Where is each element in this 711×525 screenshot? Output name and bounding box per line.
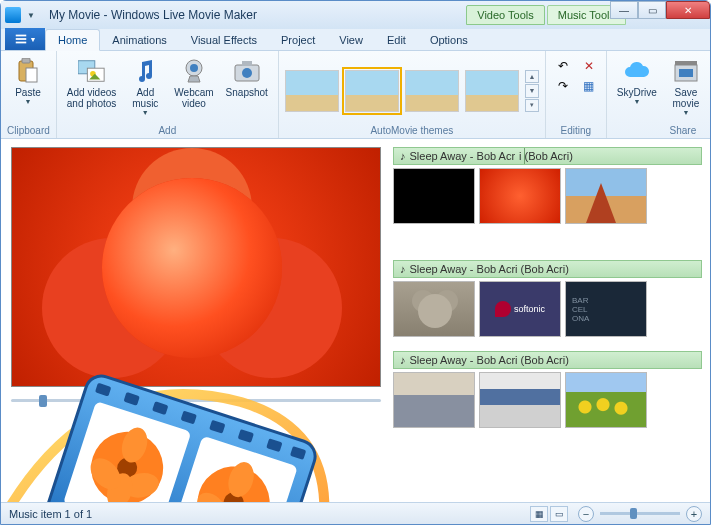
chevron-down-icon: ▼ xyxy=(30,36,37,43)
theme-scroll-up[interactable]: ▲ xyxy=(525,70,539,83)
svg-point-43 xyxy=(188,457,279,502)
paste-icon xyxy=(14,57,42,85)
skydrive-button[interactable]: SkyDrive ▼ xyxy=(613,53,661,105)
webcam-icon xyxy=(180,57,208,85)
clip-tulips[interactable] xyxy=(565,372,647,428)
svg-rect-0 xyxy=(15,35,26,37)
ribbon: Paste ▼ Clipboard Add videos and photos xyxy=(1,51,710,139)
qat-dropdown-icon[interactable]: ▼ xyxy=(27,11,35,20)
svg-rect-4 xyxy=(22,58,30,63)
chevron-down-icon: ▼ xyxy=(25,98,32,105)
group-label-clipboard: Clipboard xyxy=(7,123,50,138)
status-text: Music item 1 of 1 xyxy=(9,508,92,520)
prev-frame-button[interactable]: ⏮ xyxy=(141,409,153,423)
preview-monitor[interactable] xyxy=(11,147,381,387)
svg-rect-24 xyxy=(238,429,254,443)
file-tab[interactable]: ▼ xyxy=(5,28,45,50)
svg-rect-5 xyxy=(26,68,37,82)
music-note-icon: ♪ xyxy=(400,354,406,366)
tab-home[interactable]: Home xyxy=(45,29,100,51)
zoom-in-button[interactable]: + xyxy=(686,506,702,522)
tab-edit[interactable]: Edit xyxy=(375,30,418,50)
next-frame-button[interactable]: ⏭ xyxy=(182,409,194,423)
delete-icon[interactable]: ✕ xyxy=(580,57,598,75)
group-label-editing: Editing xyxy=(552,123,600,138)
group-clipboard: Paste ▼ Clipboard xyxy=(1,51,57,138)
zoom-out-button[interactable]: − xyxy=(578,506,594,522)
project-name: My Movie xyxy=(49,8,100,22)
rotate-left-icon[interactable]: ↶ xyxy=(554,57,572,75)
clip-title[interactable]: A My Movie xyxy=(393,168,475,224)
svg-rect-15 xyxy=(675,61,697,65)
zoom-control: − + xyxy=(578,506,702,522)
view-preview-button[interactable]: ▭ xyxy=(550,506,568,522)
close-button[interactable]: ✕ xyxy=(666,1,710,19)
tab-visual-effects[interactable]: Visual Effects xyxy=(179,30,269,50)
skydrive-icon xyxy=(623,57,651,85)
chevron-down-icon: ▼ xyxy=(682,109,689,116)
save-movie-icon xyxy=(672,57,700,85)
clip-koala[interactable] xyxy=(393,281,475,337)
view-thumbnails-button[interactable]: ▦ xyxy=(530,506,548,522)
svg-point-44 xyxy=(221,490,246,502)
music-note-icon: ♪ xyxy=(400,150,406,162)
zoom-thumb[interactable] xyxy=(630,508,637,519)
seek-bar[interactable] xyxy=(11,393,381,407)
add-videos-photos-button[interactable]: Add videos and photos xyxy=(63,53,121,109)
seek-thumb[interactable] xyxy=(39,395,47,407)
track-header-2[interactable]: ♪ Sleep Away - Bob Acri (Bob Acri) xyxy=(393,260,702,278)
tab-options[interactable]: Options xyxy=(418,30,480,50)
clip-softonic[interactable]: softonic xyxy=(479,281,561,337)
theme-thumb-3[interactable] xyxy=(405,70,459,112)
minimize-button[interactable]: — xyxy=(610,1,638,19)
tab-view[interactable]: View xyxy=(327,30,375,50)
music-icon xyxy=(131,57,159,85)
theme-thumb-2[interactable] xyxy=(345,70,399,112)
webcam-video-button[interactable]: Webcam video xyxy=(170,53,217,109)
tab-animations[interactable]: Animations xyxy=(100,30,178,50)
content-area: ⏮ ▶ ⏭ xyxy=(1,139,710,502)
track-header-1[interactable]: ♪ Sleep Away - Bob Acr i (Bob Acri) xyxy=(393,147,702,165)
svg-rect-12 xyxy=(242,61,252,66)
track-1: ♪ Sleep Away - Bob Acr i (Bob Acri) A My… xyxy=(393,147,702,224)
svg-point-42 xyxy=(85,452,127,495)
svg-point-40 xyxy=(121,470,161,501)
svg-point-48 xyxy=(191,487,233,502)
paste-button[interactable]: Paste ▼ xyxy=(7,53,49,105)
tab-project[interactable]: Project xyxy=(269,30,327,50)
titlebar: ▼ My Movie - Windows Live Movie Maker Vi… xyxy=(1,1,710,29)
track-header-3[interactable]: ♪ Sleep Away - Bob Acri (Bob Acri) xyxy=(393,351,702,369)
play-button[interactable]: ▶ xyxy=(163,409,172,423)
storyboard[interactable]: ♪ Sleep Away - Bob Acr i (Bob Acri) A My… xyxy=(391,139,710,502)
theme-thumb-4[interactable] xyxy=(465,70,519,112)
ribbon-tabs: ▼ Home Animations Visual Effects Project… xyxy=(1,29,710,51)
file-menu-icon xyxy=(14,32,28,46)
select-all-icon[interactable]: ▦ xyxy=(580,77,598,95)
clip-barcelona[interactable]: BAR CEL ONA xyxy=(565,281,647,337)
save-movie-button[interactable]: Save movie ▼ xyxy=(665,53,707,116)
snapshot-button[interactable]: Snapshot xyxy=(222,53,272,98)
clip-flower[interactable] xyxy=(479,168,561,224)
clip-desert[interactable] xyxy=(565,168,647,224)
track-2: ♪ Sleep Away - Bob Acri (Bob Acri) softo… xyxy=(393,260,702,337)
svg-point-37 xyxy=(82,422,173,502)
svg-rect-16 xyxy=(679,69,693,77)
clip-room[interactable] xyxy=(393,372,475,428)
svg-rect-2 xyxy=(15,42,26,44)
context-tab-video-tools[interactable]: Video Tools xyxy=(466,5,544,25)
group-share: SkyDrive ▼ Save movie ▼ Sign in xyxy=(607,51,711,138)
svg-rect-36 xyxy=(169,436,297,502)
theme-scroll-down[interactable]: ▼ xyxy=(525,84,539,97)
maximize-button[interactable]: ▭ xyxy=(638,1,666,19)
theme-gallery-expand[interactable]: ▾ xyxy=(525,99,539,112)
chevron-down-icon: ▼ xyxy=(142,109,149,116)
add-music-button[interactable]: Add music ▼ xyxy=(124,53,166,116)
theme-thumb-1[interactable] xyxy=(285,70,339,112)
clip-office[interactable] xyxy=(479,372,561,428)
svg-point-39 xyxy=(118,424,152,466)
zoom-slider[interactable] xyxy=(600,512,680,515)
svg-point-45 xyxy=(224,459,258,501)
app-icon xyxy=(5,7,21,23)
group-label-themes: AutoMovie themes xyxy=(285,123,539,138)
rotate-right-icon[interactable]: ↷ xyxy=(554,77,572,95)
